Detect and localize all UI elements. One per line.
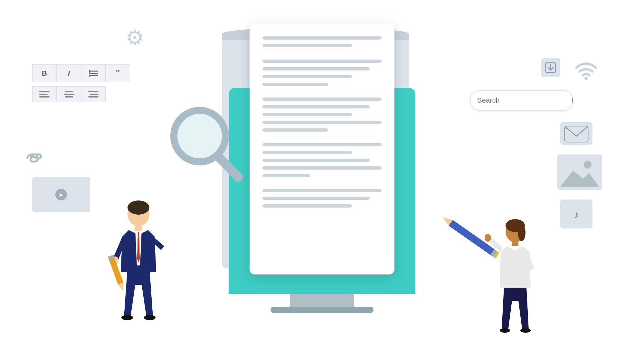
svg-point-3 — [89, 70, 90, 72]
svg-point-29 — [584, 77, 588, 80]
doc-line — [262, 204, 352, 208]
doc-line — [262, 113, 352, 116]
align-left-button[interactable] — [32, 86, 57, 102]
align-right-button[interactable] — [81, 86, 106, 102]
svg-rect-10 — [135, 224, 142, 231]
person-right — [480, 214, 544, 330]
main-document — [250, 23, 394, 274]
wifi-icon — [573, 58, 599, 84]
image-svg — [560, 158, 599, 187]
email-svg — [564, 124, 589, 143]
center-document-area — [209, 49, 435, 313]
doc-line — [262, 121, 382, 124]
quote-button[interactable]: " — [106, 64, 130, 82]
italic-button[interactable]: I — [57, 64, 81, 82]
doc-line — [262, 166, 382, 170]
music-thumbnail: ♪ — [560, 200, 592, 228]
doc-line — [262, 159, 370, 162]
align-center-icon — [64, 91, 74, 97]
align-center-button[interactable] — [57, 86, 81, 102]
doc-line — [262, 83, 328, 86]
svg-text:♪: ♪ — [574, 209, 579, 220]
svg-point-22 — [485, 234, 491, 242]
doc-line — [262, 151, 352, 154]
svg-point-27 — [500, 328, 510, 333]
email-icon — [560, 122, 592, 145]
doc-line — [262, 174, 310, 177]
bold-button[interactable]: B — [32, 64, 57, 82]
magnify-svg — [167, 107, 245, 184]
doc-line — [262, 128, 328, 132]
svg-point-37 — [584, 161, 592, 169]
search-bar[interactable] — [470, 90, 573, 111]
doc-line — [262, 189, 382, 192]
person-left-svg — [103, 195, 174, 336]
formatting-buttons-row: B I " — [32, 64, 130, 82]
person-left — [103, 195, 167, 330]
search-input[interactable] — [471, 96, 572, 105]
svg-point-9 — [128, 200, 149, 215]
video-thumbnail[interactable]: ▶ — [32, 177, 90, 212]
svg-point-17 — [144, 315, 156, 320]
svg-line-7 — [220, 158, 238, 177]
magnifying-glass — [167, 107, 238, 178]
doc-line — [262, 36, 382, 40]
list-icon — [89, 70, 98, 77]
export-svg — [544, 61, 557, 74]
alignment-buttons-row — [32, 86, 130, 102]
svg-point-20 — [518, 224, 526, 241]
tablet-stand — [290, 294, 354, 313]
doc-line — [262, 60, 382, 63]
export-icon — [541, 58, 560, 77]
doc-line — [262, 75, 352, 78]
align-right-icon — [88, 91, 99, 97]
image-thumbnail — [557, 154, 602, 190]
scene: ⚙ B I " — [0, 0, 644, 362]
play-icon: ▶ — [55, 189, 67, 200]
doc-line — [262, 97, 382, 101]
svg-point-28 — [520, 328, 531, 333]
doc-line — [262, 105, 370, 108]
doc-line — [262, 44, 352, 47]
doc-line — [262, 67, 370, 70]
svg-point-5 — [89, 75, 90, 77]
svg-point-16 — [121, 315, 133, 320]
wifi-svg — [573, 58, 599, 80]
list-button[interactable] — [81, 64, 106, 82]
link-icon — [21, 148, 47, 169]
person-right-svg — [480, 214, 551, 336]
gear-icon: ⚙ — [126, 26, 144, 50]
svg-rect-21 — [512, 240, 518, 246]
music-svg: ♪ — [564, 203, 589, 225]
search-button[interactable] — [572, 90, 573, 111]
doc-line — [262, 197, 370, 200]
align-left-icon — [39, 91, 50, 97]
doc-line — [262, 143, 382, 146]
text-formatting-toolbar: B I " — [32, 64, 130, 102]
svg-point-4 — [89, 72, 90, 74]
